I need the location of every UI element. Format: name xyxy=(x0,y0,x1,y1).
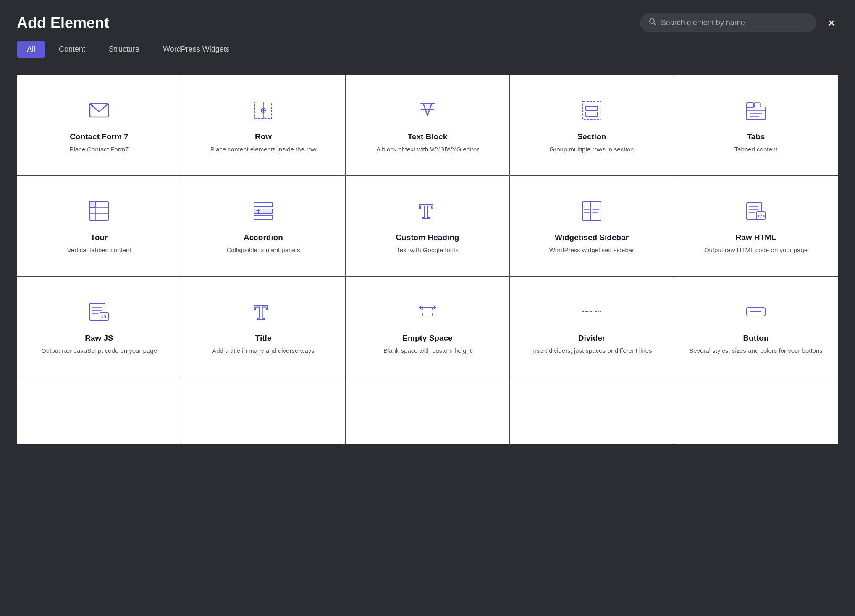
modal-title: Add Element xyxy=(17,14,109,32)
svg-rect-28 xyxy=(582,202,601,220)
element-accordion[interactable]: Accordion Collapsible content panels xyxy=(181,176,346,277)
element-section[interactable]: Section Group multiple rows in section xyxy=(510,75,674,176)
tabs-icon xyxy=(743,97,768,124)
contact-form-icon xyxy=(87,97,112,124)
svg-rect-21 xyxy=(90,202,96,208)
divider-icon xyxy=(579,298,604,325)
element-desc: Group multiple rows in section xyxy=(550,145,634,154)
element-name: Raw HTML xyxy=(735,233,776,242)
svg-rect-10 xyxy=(586,112,598,116)
empty-space-icon xyxy=(415,298,440,325)
tab-all[interactable]: All xyxy=(17,41,45,58)
element-name: Contact Form 7 xyxy=(70,132,128,141)
svg-rect-13 xyxy=(754,103,760,107)
element-desc: Place content elements inside the row xyxy=(210,145,317,154)
raw-js-icon: JS xyxy=(87,298,112,325)
tour-icon xyxy=(87,198,112,224)
element-desc: Text with Google fonts xyxy=(396,245,459,254)
element-placeholder-3[interactable] xyxy=(346,377,510,444)
tab-wordpress-widgets[interactable]: WordPress Widgets xyxy=(153,41,240,58)
element-desc: Add a title in many and diverse ways xyxy=(212,346,314,355)
element-button[interactable]: Button Several styles, sizes and colors … xyxy=(674,277,838,377)
element-name: Tour xyxy=(91,233,108,242)
element-name: Custom Heading xyxy=(396,233,459,242)
element-name: Text Block xyxy=(408,132,448,141)
header-right: × xyxy=(640,13,838,32)
element-name: Section xyxy=(577,132,606,141)
element-name: Title xyxy=(255,334,272,343)
element-name: Divider xyxy=(578,334,605,343)
element-desc: Several styles, sizes and colors for you… xyxy=(689,346,823,355)
add-element-modal: Add Element × All Content Structure Word… xyxy=(0,0,855,616)
element-desc: A block of text with WYSIWYG editor xyxy=(376,145,479,154)
widgetised-sidebar-icon xyxy=(579,198,604,224)
element-row[interactable]: Row Place content elements inside the ro… xyxy=(181,75,346,176)
element-desc: Output raw JavaScript code on your page xyxy=(41,346,157,355)
section-icon xyxy=(579,97,604,124)
grid-container: Contact Form 7 Place Contact Form7 Row P… xyxy=(0,66,855,616)
element-custom-heading[interactable]: T Custom Heading Text with Google fonts xyxy=(346,176,510,277)
element-desc: Vertical tabbed content xyxy=(67,245,131,254)
element-desc: Collapsible content panels xyxy=(226,245,300,254)
accordion-icon xyxy=(251,198,276,224)
modal-header: Add Element × xyxy=(0,0,855,41)
element-desc: Output raw HTML code on your page xyxy=(704,245,808,254)
element-tabs[interactable]: Tabs Tabbed content xyxy=(674,75,838,176)
tabs-bar: All Content Structure WordPress Widgets xyxy=(0,41,855,58)
element-name: Raw JS xyxy=(85,334,113,343)
element-placeholder-5[interactable] xyxy=(674,377,838,444)
svg-text:T: T xyxy=(254,301,268,324)
tab-content[interactable]: Content xyxy=(49,41,95,58)
element-widgetised-sidebar[interactable]: Widgetised Sidebar WordPress widgetised … xyxy=(510,176,674,277)
element-name: Tabs xyxy=(747,132,765,141)
svg-line-1 xyxy=(653,23,656,26)
element-divider[interactable]: Divider Insert dividers, just spaces or … xyxy=(510,277,674,377)
element-desc: Insert dividers, just spaces or differen… xyxy=(531,346,652,355)
element-raw-html[interactable]: </> Raw HTML Output raw HTML code on you… xyxy=(674,176,838,277)
element-name: Accordion xyxy=(244,233,283,242)
text-block-icon xyxy=(415,97,440,124)
element-name: Button xyxy=(743,334,768,343)
svg-rect-9 xyxy=(586,106,598,110)
row-icon xyxy=(251,97,276,124)
svg-rect-24 xyxy=(254,215,273,219)
svg-rect-22 xyxy=(254,203,273,207)
title-icon: T xyxy=(251,298,276,325)
search-icon xyxy=(648,18,657,28)
elements-grid: Contact Form 7 Place Contact Form7 Row P… xyxy=(17,75,838,444)
custom-heading-icon: T xyxy=(415,198,440,224)
element-placeholder-4[interactable] xyxy=(510,377,674,444)
element-desc: Blank space with custom height xyxy=(383,346,472,355)
element-text-block[interactable]: Text Block A block of text with WYSIWYG … xyxy=(346,75,510,176)
element-placeholder-2[interactable] xyxy=(181,377,346,444)
element-name: Empty Space xyxy=(402,334,452,343)
element-desc: Place Contact Form7 xyxy=(70,145,129,154)
element-empty-space[interactable]: Empty Space Blank space with custom heig… xyxy=(346,277,510,377)
svg-text:</>: </> xyxy=(758,214,765,218)
element-name: Row xyxy=(255,132,272,141)
element-desc: WordPress widgetised sidebar xyxy=(549,245,634,254)
element-tour[interactable]: Tour Vertical tabbed content xyxy=(17,176,181,277)
svg-text:T: T xyxy=(419,200,433,223)
tab-structure[interactable]: Structure xyxy=(99,41,149,58)
raw-html-icon: </> xyxy=(743,198,768,224)
search-box xyxy=(640,13,816,32)
element-desc: Tabbed content xyxy=(734,145,778,154)
element-raw-js[interactable]: JS Raw JS Output raw JavaScript code on … xyxy=(17,277,181,377)
element-contact-form-7[interactable]: Contact Form 7 Place Contact Form7 xyxy=(17,75,181,176)
close-button[interactable]: × xyxy=(825,15,838,31)
search-input[interactable] xyxy=(661,18,808,27)
svg-rect-11 xyxy=(747,107,765,120)
element-name: Widgetised Sidebar xyxy=(555,233,629,242)
element-placeholder-1[interactable] xyxy=(17,377,181,444)
button-icon xyxy=(743,298,768,325)
svg-text:JS: JS xyxy=(101,314,106,319)
element-title[interactable]: T Title Add a title in many and diverse … xyxy=(181,277,346,377)
